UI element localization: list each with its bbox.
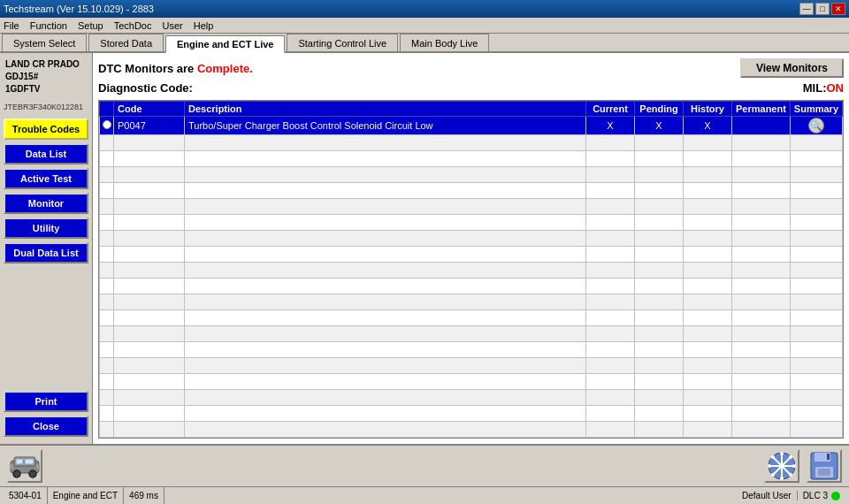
dtc-summary[interactable]: 🔍 — [790, 117, 842, 135]
mil-value: ON — [827, 81, 845, 95]
utility-button[interactable]: Utility — [4, 218, 88, 239]
table-row — [100, 279, 843, 294]
svg-rect-6 — [16, 459, 23, 464]
menu-bar: File Function Setup TechDoc User Help — [0, 18, 849, 34]
vehicle-line3: 1GDFTV — [5, 83, 87, 95]
tab-system-select[interactable]: System Select — [2, 34, 87, 51]
dtc-header: DTC Monitors are Complete. View Monitors — [98, 58, 844, 78]
svg-point-13 — [780, 452, 784, 455]
svg-rect-24 — [818, 469, 830, 476]
svg-rect-5 — [36, 464, 40, 470]
tab-bar: System Select Stored Data Engine and ECT… — [0, 34, 849, 53]
status-ms: 469 ms — [124, 487, 164, 504]
content-area: DTC Monitors are Complete. View Monitors… — [93, 53, 849, 444]
col-summary: Summary — [790, 102, 842, 117]
svg-point-3 — [29, 470, 36, 477]
window-controls: — □ ✕ — [799, 3, 845, 15]
svg-point-2 — [13, 470, 20, 477]
dtc-pending: X — [635, 117, 684, 135]
status-code: 5304-01 — [4, 487, 48, 504]
table-row — [100, 135, 843, 151]
mil-status: MIL:ON — [803, 81, 844, 95]
svg-rect-4 — [10, 464, 13, 470]
table-row — [100, 294, 843, 310]
sidebar: LAND CR PRADO GDJ15# 1GDFTV JTEBR3F340K0… — [0, 53, 93, 444]
col-code: Code — [114, 102, 185, 117]
save-icon-button[interactable] — [807, 449, 842, 483]
vin-number: JTEBR3F340K012281 — [4, 103, 88, 111]
diag-code-row: Diagnostic Code: MIL:ON — [98, 81, 844, 95]
title-bar: Techstream (Ver 15.10.029) - 2883 — □ ✕ — [0, 0, 849, 18]
table-row[interactable]: P0047 Turbo/Super Charger Boost Control … — [100, 117, 843, 135]
dtc-permanent — [732, 117, 791, 135]
table-row — [100, 215, 843, 231]
toolbar-right — [764, 449, 842, 483]
summary-icon[interactable]: 🔍 — [808, 118, 824, 134]
car-icon-button[interactable] — [7, 449, 42, 483]
table-row — [100, 342, 843, 358]
view-monitors-button[interactable]: View Monitors — [740, 58, 844, 78]
close-button-sidebar[interactable]: Close — [4, 416, 88, 437]
diagnostic-code-label: Diagnostic Code: — [98, 81, 193, 95]
close-button[interactable]: ✕ — [831, 3, 845, 15]
table-row — [100, 406, 843, 422]
monitor-button[interactable]: Monitor — [4, 193, 88, 214]
table-row — [100, 326, 843, 342]
table-row — [100, 199, 843, 215]
tab-engine-ect-live[interactable]: Engine and ECT Live — [165, 35, 285, 53]
row-indicator — [100, 117, 114, 135]
dtc-current: X — [586, 117, 635, 135]
table-row — [100, 183, 843, 199]
menu-techdoc[interactable]: TechDoc — [114, 20, 152, 31]
col-permanent: Permanent — [732, 102, 791, 117]
menu-function[interactable]: Function — [30, 20, 67, 31]
col-pending: Pending — [635, 102, 684, 117]
tab-main-body-live[interactable]: Main Body Live — [400, 34, 489, 51]
menu-help[interactable]: Help — [194, 20, 214, 31]
menu-setup[interactable]: Setup — [78, 20, 103, 31]
svg-point-19 — [789, 455, 792, 459]
status-dlc: DLC 3 — [798, 491, 845, 500]
snowflake-icon-button[interactable] — [764, 449, 799, 483]
vehicle-line2: GDJ15# — [5, 71, 87, 83]
table-row — [100, 151, 843, 167]
table-row — [100, 374, 843, 390]
bottom-toolbar — [0, 444, 849, 486]
table-row — [100, 422, 843, 438]
print-button[interactable]: Print — [4, 391, 88, 412]
svg-point-18 — [789, 473, 792, 477]
table-row — [100, 358, 843, 374]
status-right: Default User DLC 3 — [737, 491, 845, 500]
dtc-table-wrapper[interactable]: Code Description Current Pending History… — [98, 100, 844, 439]
trouble-codes-button[interactable]: Trouble Codes — [4, 118, 88, 140]
svg-rect-7 — [25, 459, 34, 464]
status-system: Engine and ECT — [48, 487, 124, 504]
vehicle-line1: LAND CR PRADO — [5, 58, 87, 71]
dtc-status-value: Complete. — [197, 62, 253, 75]
status-user: Default User — [737, 491, 798, 500]
dtc-table: Code Description Current Pending History… — [99, 101, 843, 438]
svg-point-16 — [792, 464, 796, 468]
svg-point-14 — [780, 477, 784, 480]
table-row — [100, 231, 843, 247]
tab-stored-data[interactable]: Stored Data — [88, 34, 164, 51]
dual-data-list-button[interactable]: Dual Data List — [4, 242, 88, 263]
dtc-status-row: DTC Monitors are Complete. — [98, 62, 253, 75]
table-row — [100, 247, 843, 263]
table-row — [100, 263, 843, 279]
menu-file[interactable]: File — [4, 20, 19, 31]
table-row — [100, 390, 843, 406]
toolbar-left — [7, 449, 42, 483]
tab-starting-control-live[interactable]: Starting Control Live — [287, 34, 398, 51]
svg-point-20 — [771, 473, 775, 477]
dtc-status-label: DTC Monitors are — [98, 62, 194, 75]
data-list-button[interactable]: Data List — [4, 143, 88, 164]
dlc-indicator — [831, 492, 840, 500]
active-test-button[interactable]: Active Test — [4, 168, 88, 189]
table-row — [100, 310, 843, 326]
minimize-button[interactable]: — — [799, 3, 814, 15]
table-row — [100, 167, 843, 183]
menu-user[interactable]: User — [162, 20, 182, 31]
maximize-button[interactable]: □ — [815, 3, 830, 15]
col-history: History — [684, 102, 732, 117]
